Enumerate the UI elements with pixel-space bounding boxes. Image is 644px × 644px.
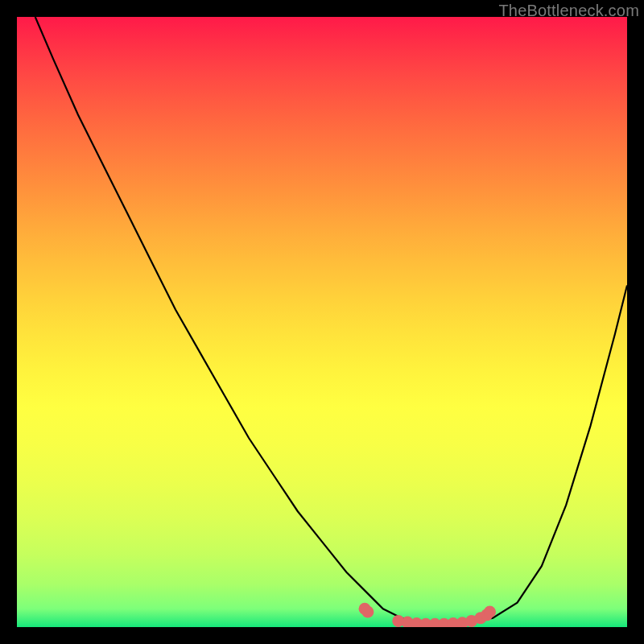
chart-stage: TheBottleneck.com: [0, 0, 644, 644]
chart-plot-area: [17, 17, 627, 627]
marker-point: [484, 606, 496, 618]
marker-point: [361, 606, 374, 618]
bottom-markers: [359, 603, 496, 627]
bottleneck-curve: [35, 17, 627, 624]
watermark-label: TheBottleneck.com: [498, 2, 639, 20]
chart-svg: [17, 17, 627, 627]
